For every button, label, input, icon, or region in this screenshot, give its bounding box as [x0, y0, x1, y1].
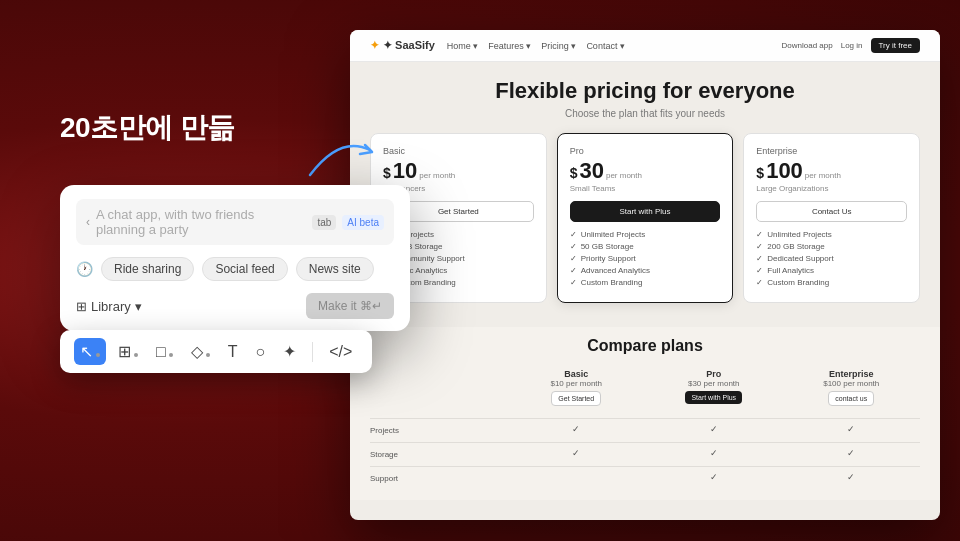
- compare-enterprise-name: Enterprise: [787, 369, 917, 379]
- rectangle-tool[interactable]: □: [150, 339, 179, 365]
- site-logo: ✦ ✦ SaaSify: [370, 39, 435, 52]
- nav-download-link[interactable]: Download app: [782, 41, 833, 50]
- chips-row: 🕐 Ride sharing Social feed News site: [76, 257, 394, 281]
- compare-label-storage: Storage: [370, 448, 508, 461]
- feature-item: ✓ Unlimited Projects: [756, 230, 907, 239]
- make-it-button[interactable]: Make it ⌘↵: [306, 293, 394, 319]
- compare-empty-col: [370, 365, 508, 410]
- compare-enterprise-storage: ✓: [783, 448, 921, 461]
- tool-dot: [96, 353, 100, 357]
- plan-enterprise-desc: Large Organizations: [756, 184, 907, 193]
- compare-row-support: Support ✓ ✓: [370, 466, 920, 490]
- plan-enterprise-button[interactable]: Contact Us: [756, 201, 907, 222]
- feature-item: ✓ Advanced Analytics: [570, 266, 721, 275]
- compare-col-basic: Basic $10 per month Get Started: [508, 365, 646, 410]
- text-tool[interactable]: T: [222, 339, 244, 365]
- nav-try-button[interactable]: Try it free: [871, 38, 920, 53]
- plan-pro-button[interactable]: Start with Plus: [570, 201, 721, 222]
- plan-pro-features: ✓ Unlimited Projects ✓ 50 GB Storage ✓ P…: [570, 230, 721, 287]
- ellipse-icon: ○: [255, 343, 265, 361]
- frame-icon: ⊞: [118, 342, 131, 361]
- tool-dot: [206, 353, 210, 357]
- logo-text: ✦ SaaSify: [383, 39, 435, 52]
- plan-pro-price: $ 30 per month: [570, 160, 721, 182]
- nav-links: Home ▾ Features ▾ Pricing ▾ Contact ▾: [447, 41, 770, 51]
- chevron-down-icon: ▾: [135, 299, 142, 314]
- component-tool[interactable]: ✦: [277, 338, 302, 365]
- compare-col-enterprise: Enterprise $100 per month contact us: [783, 365, 921, 410]
- arrow-decoration: [300, 130, 380, 190]
- plan-enterprise: Enterprise $ 100 per month Large Organiz…: [743, 133, 920, 303]
- nav-actions: Download app Log in Try it free: [782, 38, 920, 53]
- compare-basic-btn[interactable]: Get Started: [551, 391, 601, 406]
- feature-item: ✓ Full Analytics: [756, 266, 907, 275]
- compare-pro-price: $30 per month: [649, 379, 779, 388]
- compare-pro-btn[interactable]: Start with Plus: [685, 391, 742, 404]
- compare-pro-storage: ✓: [645, 448, 783, 461]
- ai-badge: AI beta: [342, 215, 384, 230]
- nav-home[interactable]: Home ▾: [447, 41, 479, 51]
- basic-period: per month: [419, 171, 455, 180]
- clock-icon: 🕐: [76, 261, 93, 277]
- plan-pro-label: Pro: [570, 146, 721, 156]
- feature-item: ✓ Custom Branding: [756, 278, 907, 287]
- compare-col-pro: Pro $30 per month Start with Plus: [645, 365, 783, 410]
- chip-ride-sharing[interactable]: Ride sharing: [101, 257, 194, 281]
- frame-tool[interactable]: ⊞: [112, 338, 144, 365]
- pen-icon: ◇: [191, 342, 203, 361]
- prompt-input-row[interactable]: ‹ A chat app, with two friends planning …: [76, 199, 394, 245]
- logo-star-icon: ✦: [370, 39, 379, 52]
- nav-features[interactable]: Features ▾: [488, 41, 531, 51]
- site-main-content: Flexible pricing for everyone Choose the…: [350, 62, 940, 327]
- hero-subtitle: Choose the plan that fits your needs: [370, 108, 920, 119]
- compare-pro-projects: ✓: [645, 424, 783, 437]
- select-icon: ↖: [80, 342, 93, 361]
- plan-basic-price: $ 10 per month: [383, 160, 534, 182]
- feature-item: ✓ Dedicated Support: [756, 254, 907, 263]
- toolbar-divider: [312, 342, 313, 362]
- tool-dot: [134, 353, 138, 357]
- prompt-placeholder: A chat app, with two friends planning a …: [96, 207, 306, 237]
- feature-item: ✓ Custom Branding: [570, 278, 721, 287]
- compare-basic-price: $10 per month: [512, 379, 642, 388]
- compare-table-header: Basic $10 per month Get Started Pro $30 …: [370, 365, 920, 410]
- text-icon: T: [228, 343, 238, 361]
- pro-period: per month: [606, 171, 642, 180]
- compare-enterprise-btn[interactable]: contact us: [828, 391, 874, 406]
- chip-news-site[interactable]: News site: [296, 257, 374, 281]
- compare-enterprise-projects: ✓: [783, 424, 921, 437]
- code-tool[interactable]: </>: [323, 339, 358, 365]
- website-preview: ✦ ✦ SaaSify Home ▾ Features ▾ Pricing ▾ …: [350, 30, 940, 520]
- plan-enterprise-price: $ 100 per month: [756, 160, 907, 182]
- pen-tool[interactable]: ◇: [185, 338, 216, 365]
- feature-item: ✓ Unlimited Projects: [570, 230, 721, 239]
- headline-text: 20초만에 만듦: [60, 110, 235, 146]
- compare-title: Compare plans: [370, 337, 920, 355]
- compare-label-support: Support: [370, 472, 508, 485]
- enterprise-currency: $: [756, 165, 764, 181]
- compare-row-projects: Projects ✓ ✓ ✓: [370, 418, 920, 442]
- feature-item: ✓ 50 GB Storage: [570, 242, 721, 251]
- enterprise-amount: 100: [766, 160, 803, 182]
- basic-amount: 10: [393, 160, 417, 182]
- nav-pricing[interactable]: Pricing ▾: [541, 41, 576, 51]
- library-row: ⊞ Library ▾ Make it ⌘↵: [76, 293, 394, 331]
- ellipse-tool[interactable]: ○: [249, 339, 271, 365]
- pro-amount: 30: [579, 160, 603, 182]
- plan-enterprise-label: Enterprise: [756, 146, 907, 156]
- tab-badge: tab: [312, 215, 336, 230]
- ui-panel: ‹ A chat app, with two friends planning …: [60, 185, 410, 331]
- select-tool[interactable]: ↖: [74, 338, 106, 365]
- feature-item: ✓ Priority Support: [570, 254, 721, 263]
- pro-currency: $: [570, 165, 578, 181]
- toolbar: ↖ ⊞ □ ◇ T ○ ✦ </>: [60, 330, 372, 373]
- site-navbar: ✦ ✦ SaaSify Home ▾ Features ▾ Pricing ▾ …: [350, 30, 940, 62]
- nav-login-link[interactable]: Log in: [841, 41, 863, 50]
- library-label: Library: [91, 299, 131, 314]
- component-icon: ✦: [283, 342, 296, 361]
- compare-basic-projects: ✓: [508, 424, 646, 437]
- library-selector[interactable]: ⊞ Library ▾: [76, 299, 142, 314]
- compare-row-storage: Storage ✓ ✓ ✓: [370, 442, 920, 466]
- chip-social-feed[interactable]: Social feed: [202, 257, 287, 281]
- nav-contact[interactable]: Contact ▾: [586, 41, 625, 51]
